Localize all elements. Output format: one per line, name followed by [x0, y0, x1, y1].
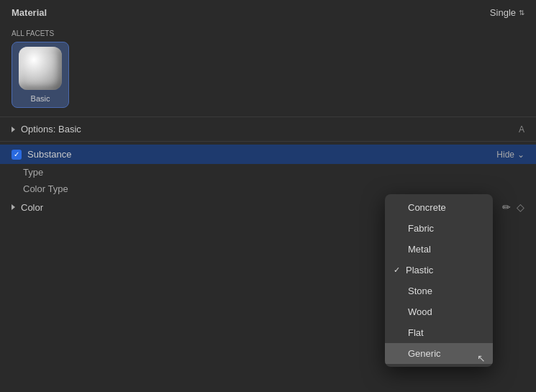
options-label: Options: Basic: [21, 124, 519, 135]
concrete-label: Concrete: [408, 202, 446, 213]
dropdown-item-metal[interactable]: Metal: [385, 239, 493, 260]
flat-label: Flat: [408, 327, 424, 338]
substance-label: Substance: [27, 149, 496, 160]
fabric-label: Fabric: [408, 223, 434, 234]
options-action: A: [519, 124, 524, 135]
options-row[interactable]: Options: Basic A: [0, 120, 536, 138]
color-type-label: Color Type: [23, 183, 524, 194]
panel-title: Material: [12, 7, 47, 18]
dropdown-item-stone[interactable]: Stone: [385, 281, 493, 301]
dropdown-item-generic[interactable]: Generic ↖: [385, 343, 493, 364]
hide-button[interactable]: Hide ⌄: [496, 150, 524, 160]
color-triangle-icon: [12, 204, 15, 210]
eyedropper-icon[interactable]: ✏: [502, 201, 511, 213]
material-preview: [19, 47, 62, 90]
panel-header: Material Single ⇅: [0, 0, 536, 24]
dropdown-menu: Concrete Fabric Metal Plastic Stone Wood…: [385, 194, 493, 367]
dropdown-item-fabric[interactable]: Fabric: [385, 218, 493, 239]
stone-label: Stone: [408, 286, 432, 296]
hide-chevron-icon: ⌄: [517, 150, 524, 160]
dropdown-item-plastic[interactable]: Plastic: [385, 260, 493, 281]
check-icon: ✓: [14, 150, 19, 158]
generic-label: Generic: [408, 348, 441, 359]
hide-label: Hide: [496, 150, 514, 160]
all-facets-label: ALL FACETS: [12, 29, 524, 37]
material-panel: Material Single ⇅ ALL FACETS Basic Optio…: [0, 0, 536, 392]
type-label: Type: [23, 167, 524, 178]
cursor-icon: ↖: [477, 352, 486, 364]
updown-arrow-icon: ⇅: [519, 9, 524, 17]
wood-label: Wood: [408, 306, 432, 317]
triangle-icon: [12, 127, 15, 132]
single-select-button[interactable]: Single ⇅: [490, 7, 524, 18]
dropdown-item-flat[interactable]: Flat: [385, 322, 493, 343]
divider-1: [0, 117, 536, 117]
metal-label: Metal: [408, 244, 431, 255]
material-name: Basic: [31, 94, 50, 103]
dropdown-item-concrete[interactable]: Concrete: [385, 197, 493, 218]
single-label: Single: [490, 7, 516, 18]
plastic-label: Plastic: [406, 265, 433, 275]
substance-row[interactable]: ✓ Substance Hide ⌄: [0, 145, 536, 164]
facets-section: ALL FACETS Basic: [0, 24, 536, 114]
divider-2: [0, 141, 536, 142]
material-card[interactable]: Basic: [12, 42, 69, 108]
dropdown-item-wood[interactable]: Wood: [385, 301, 493, 322]
type-row: Type: [0, 164, 536, 181]
diamond-icon: ◇: [517, 201, 524, 213]
substance-checkbox[interactable]: ✓: [12, 150, 22, 160]
